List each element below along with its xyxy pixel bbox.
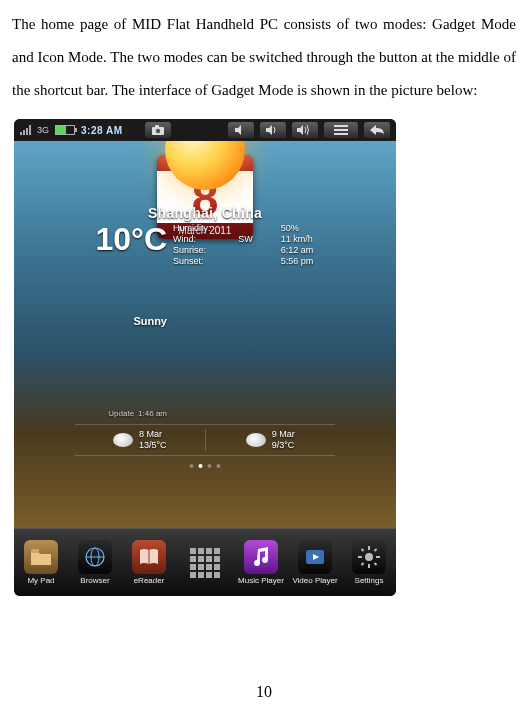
svg-marker-4 <box>266 125 272 135</box>
weather-location: Shanghai, China <box>75 205 335 221</box>
svg-rect-21 <box>361 548 365 552</box>
folder-icon <box>24 540 58 574</box>
forecast-day: 9 Mar9/3°C <box>205 429 336 451</box>
back-arrow-icon <box>370 125 384 135</box>
svg-point-2 <box>155 129 159 133</box>
svg-rect-23 <box>361 562 365 566</box>
weather-temp: 10°C <box>96 223 168 315</box>
globe-icon <box>78 540 112 574</box>
dock-label: Video Player <box>292 576 337 585</box>
speaker-high-icon <box>297 125 313 135</box>
status-time: 3:28 AM <box>81 125 122 136</box>
weather-update: Update 1:46 am <box>108 409 167 418</box>
dock-label: Music Player <box>238 576 284 585</box>
dock-mypad[interactable]: My Pad <box>14 540 68 585</box>
weather-condition: Sunny <box>133 315 167 407</box>
page-number: 10 <box>0 683 528 701</box>
weather-widget[interactable]: Shanghai, China 10°C Sunny Update 1:46 a… <box>75 205 335 456</box>
home-wallpaper[interactable]: Tuesday 8 March 2011 Shanghai, China 10°… <box>14 141 396 528</box>
forecast-day: 8 Mar13/5°C <box>75 429 205 451</box>
svg-rect-9 <box>31 549 39 553</box>
menu-button[interactable] <box>324 122 358 138</box>
dock-browser[interactable]: Browser <box>68 540 122 585</box>
svg-rect-19 <box>358 556 362 558</box>
device-screenshot: 3G 3:28 AM Tuesday 8 March 2011 <box>14 119 396 596</box>
dock-video[interactable]: Video Player <box>288 540 342 585</box>
svg-rect-7 <box>334 129 348 131</box>
status-bar: 3G 3:28 AM <box>14 119 396 141</box>
camera-icon <box>152 125 164 135</box>
dock-label: Browser <box>80 576 109 585</box>
svg-rect-6 <box>334 125 348 127</box>
weather-details: Humidity:50% Wind:SW11 km/h Sunrise:6:12… <box>173 223 335 266</box>
network-type: 3G <box>37 125 49 135</box>
svg-rect-24 <box>374 562 378 566</box>
svg-rect-8 <box>334 133 348 135</box>
signal-icon <box>20 125 31 135</box>
volume-up-button[interactable] <box>292 122 318 138</box>
menu-icon <box>334 125 348 135</box>
back-button[interactable] <box>364 122 390 138</box>
mute-button[interactable] <box>228 122 254 138</box>
cloud-icon <box>113 433 133 447</box>
battery-icon <box>55 125 75 135</box>
svg-point-16 <box>365 553 373 561</box>
apps-grid-icon <box>190 548 220 578</box>
camera-button[interactable] <box>145 122 171 138</box>
svg-rect-1 <box>155 125 159 128</box>
dock-ereader[interactable]: eReader <box>122 540 176 585</box>
speaker-low-icon <box>266 125 280 135</box>
mode-switch-button[interactable] <box>190 548 220 578</box>
gear-icon <box>352 540 386 574</box>
dock: My Pad Browser eReader <box>14 528 396 596</box>
dock-label: eReader <box>134 576 165 585</box>
weather-forecast: 8 Mar13/5°C 9 Mar9/3°C <box>75 424 335 456</box>
speaker-muted-icon <box>235 125 247 135</box>
svg-marker-5 <box>297 125 303 135</box>
svg-rect-20 <box>376 556 380 558</box>
status-left: 3G 3:28 AM <box>20 125 123 136</box>
svg-rect-17 <box>368 546 370 550</box>
book-icon <box>132 540 166 574</box>
page-indicator <box>190 464 221 468</box>
cloud-icon <box>246 433 266 447</box>
film-icon <box>298 540 332 574</box>
dock-label: My Pad <box>27 576 54 585</box>
body-paragraph: The home page of MID Flat Handheld PC co… <box>12 8 516 107</box>
volume-down-button[interactable] <box>260 122 286 138</box>
svg-rect-18 <box>368 564 370 568</box>
music-note-icon <box>244 540 278 574</box>
svg-marker-3 <box>235 125 241 135</box>
dock-music[interactable]: Music Player <box>234 540 288 585</box>
dock-label: Settings <box>355 576 384 585</box>
svg-rect-22 <box>374 548 378 552</box>
dock-settings[interactable]: Settings <box>342 540 396 585</box>
